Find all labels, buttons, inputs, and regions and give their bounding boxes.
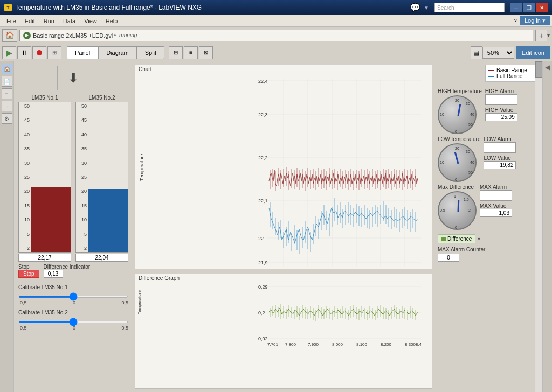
resize-button[interactable]: ⊠: [199, 46, 213, 59]
svg-text:7.761: 7.761: [267, 342, 279, 347]
menu-file[interactable]: File: [2, 17, 20, 25]
chat-icon[interactable]: 💬: [410, 3, 420, 12]
calibrate-1-section: Calibrate LM35 No.1 -0,5 0 0,5: [18, 284, 128, 305]
stop-run-button[interactable]: [32, 46, 46, 59]
pause-button[interactable]: ⏸: [17, 46, 31, 59]
low-temp-knob[interactable]: 20 30 40 10 0 50: [438, 143, 477, 182]
sidebar-icon-arrow[interactable]: →: [2, 101, 12, 111]
lm35-1-label: LM35 No.1: [18, 95, 71, 101]
menu-run[interactable]: Run: [39, 17, 59, 25]
tab-panel[interactable]: Panel: [67, 46, 98, 59]
sidebar-icon-tools[interactable]: ⚙: [2, 113, 12, 124]
diff-chart-title: Difference Graph: [135, 274, 432, 282]
edit-icon-button[interactable]: Edit icon: [516, 46, 550, 59]
svg-text:40: 40: [470, 160, 474, 164]
svg-text:22: 22: [258, 236, 264, 241]
max-value-box: 1,03: [480, 209, 512, 217]
window-title: Temperature with LM35 in Basic and Full …: [15, 4, 410, 11]
stop-button[interactable]: Stop: [18, 270, 39, 278]
low-value-label: LOW Value: [484, 155, 516, 161]
high-value-box: 25,09: [485, 113, 518, 121]
search-box[interactable]: Search: [434, 3, 505, 12]
download-arrow-icon: ⬇: [68, 71, 79, 86]
tab-split[interactable]: Split: [137, 46, 164, 59]
diff-tag-dropdown-icon[interactable]: ▾: [478, 236, 480, 242]
content-area: ⬇ LM35 No.1 50454035302520151052: [14, 61, 542, 392]
calibrate-2-label: Calibrate LM35 No.2: [18, 310, 128, 316]
run-button[interactable]: ▶: [2, 46, 16, 59]
download-icon-box[interactable]: ⬇: [57, 66, 89, 90]
minimize-button[interactable]: ─: [510, 3, 522, 12]
tab-diagram[interactable]: Diagram: [98, 46, 137, 59]
diff-chart-container: Difference Graph 0,29 0,2 0,02: [135, 274, 432, 389]
lm35-2-fill: [88, 189, 128, 252]
svg-text:20: 20: [455, 99, 459, 102]
menu-help[interactable]: Help: [101, 17, 122, 25]
lm35-2-value: 22,04: [75, 254, 128, 262]
calibrate-2-slider[interactable]: [18, 321, 128, 323]
svg-text:8.300: 8.300: [405, 342, 416, 347]
sidebar-icon-list[interactable]: ≡: [2, 88, 12, 99]
page-icon-button[interactable]: ▤: [471, 46, 482, 59]
svg-line-228: [458, 200, 459, 212]
right-panel: Basic Range Full Range HIGH temperature: [434, 61, 542, 392]
high-alarm-label: HIGH Alarm: [485, 88, 518, 94]
low-temp-label: LOW temperature: [438, 136, 480, 142]
svg-text:7.900: 7.900: [308, 342, 319, 347]
play-icon: ▶: [6, 48, 12, 57]
svg-text:Temperature: Temperature: [137, 290, 142, 314]
svg-text:10: 10: [440, 113, 444, 116]
lm35-2-bar: [88, 102, 128, 252]
add-tab-button[interactable]: +: [535, 30, 547, 41]
home-button[interactable]: 🏠: [2, 29, 17, 42]
lm35-1-value: 22,17: [18, 254, 71, 262]
svg-text:0,2: 0,2: [258, 310, 265, 316]
help-question[interactable]: ?: [514, 18, 517, 24]
svg-text:50: 50: [468, 123, 473, 127]
diff-chart-svg: 0,29 0,2 0,02: [135, 282, 421, 347]
cleanup-icon: ⊞: [52, 50, 57, 55]
sidebar-icon-nav[interactable]: 🏠: [2, 64, 12, 74]
stop-icon: [37, 50, 42, 55]
svg-text:22,2: 22,2: [258, 155, 268, 160]
vertical-scroll-thumb[interactable]: [535, 61, 542, 78]
svg-text:10: 10: [440, 160, 444, 164]
add-dropdown-icon[interactable]: ▾: [547, 32, 550, 38]
max-alarm-label-text: MAX Alarm: [480, 184, 512, 190]
low-alarm-box: [484, 142, 516, 153]
sidebar-icon-file[interactable]: 📄: [2, 76, 12, 87]
max-diff-knob[interactable]: 1 1,5 2 0,5 0: [438, 191, 477, 230]
diff-tag-row: Difference ▾ MAX Alarm Counter 0: [438, 234, 539, 262]
high-value-label: HIGH Value: [485, 107, 518, 113]
login-button[interactable]: Log in ▾: [520, 16, 550, 25]
high-temp-knob[interactable]: 20 30 40 10 0 50: [438, 95, 477, 134]
svg-line-222: [455, 152, 458, 164]
legend-basic-range: Basic Range: [488, 67, 536, 73]
legend-box: Basic Range Full Range: [485, 65, 539, 82]
lm35-1-block: LM35 No.1 50454035302520151052 22,17: [18, 95, 71, 262]
restore-button[interactable]: ❐: [523, 3, 535, 12]
lm35-1-bar: [31, 102, 71, 252]
vertical-scrollbar[interactable]: [535, 61, 542, 392]
dropdown-icon[interactable]: ▼: [424, 5, 429, 11]
lm35-2-block: LM35 No.2 50454035302520151052 22,04: [75, 95, 128, 262]
left-panel: ⬇ LM35 No.1 50454035302520151052: [14, 61, 133, 392]
menu-view[interactable]: View: [80, 17, 101, 25]
zoom-select[interactable]: 50% 75% 100%: [482, 47, 514, 59]
calibrate-1-label: Calibrate LM35 No.1: [18, 284, 128, 290]
diff-tag-box: Difference: [438, 234, 475, 243]
modified-indicator: *: [114, 32, 116, 39]
svg-line-215: [458, 104, 460, 116]
align-button[interactable]: ⊟: [169, 46, 183, 59]
menu-data[interactable]: Data: [59, 17, 80, 25]
menubar: File Edit Run Data View Help ? Log in ▾: [0, 15, 552, 27]
close-button[interactable]: ✕: [536, 3, 548, 12]
calibrate-1-slider[interactable]: [18, 296, 128, 298]
svg-text:Temperature: Temperature: [139, 153, 144, 181]
cleanup-button[interactable]: ⊞: [47, 46, 61, 59]
right-expand-panel[interactable]: ◀: [542, 61, 552, 392]
menu-edit[interactable]: Edit: [20, 17, 39, 25]
distribute-button[interactable]: ≡: [184, 46, 198, 59]
svg-text:8.404: 8.404: [416, 342, 421, 347]
search-placeholder: Search: [437, 5, 454, 11]
